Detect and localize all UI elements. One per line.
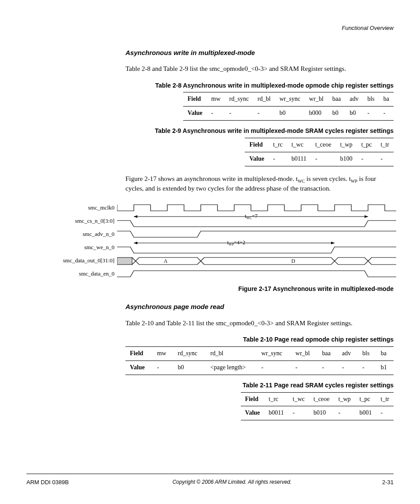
signal-label: smc_data_en_0 <box>26 270 117 278</box>
table-2-11: Field t_rc t_wc t_ceoe t_wp t_pc t_tr Va… <box>241 392 394 421</box>
footer-right: 2-31 <box>367 478 394 486</box>
waveform-data-out: A D <box>117 254 396 267</box>
svg-marker-2 <box>365 215 368 218</box>
running-head: Functional Overview <box>342 24 394 32</box>
table-2-9: Field t_rc t_wc t_ceoe t_wp t_pc t_tr Va… <box>245 138 394 166</box>
figure-2-17-caption: Figure 2-17 Asynchronous write in multip… <box>125 285 394 293</box>
twp-label: tWP=4+2 <box>227 241 245 246</box>
signal-label: smc_data_out_0[31:0] <box>26 257 117 265</box>
table-row: Field mw rd_sync rd_bl wr_sync wr_bl baa… <box>125 346 394 361</box>
waveform-mclk <box>117 201 396 214</box>
signal-label: smc_cs_n_0[3:0] <box>26 217 117 225</box>
table-2-9-caption: Table 2-9 Asynchronous write in multiple… <box>125 127 394 135</box>
table-row: Field t_rc t_wc t_ceoe t_wp t_pc t_tr <box>245 138 394 152</box>
section-intro-2: Table 2-10 and Table 2-11 list the smc_o… <box>125 319 394 327</box>
footer-left: ARM DDI 0389B <box>26 478 97 486</box>
svg-rect-6 <box>117 258 132 265</box>
waveform-cs: tWC=7 <box>117 214 396 228</box>
table-row: Value - b0 <page length> - - - - - b1 <box>125 361 394 375</box>
waveform-adv <box>117 228 396 241</box>
table-row: Value - - - b0 b000 b0 b0 - - <box>183 107 394 121</box>
svg-marker-1 <box>134 215 137 218</box>
bus-value-d: D <box>291 258 295 264</box>
table-2-8-caption: Table 2-8 Asynchronous write in multiple… <box>125 81 394 90</box>
table-row: Value - b0111 - b100 - - <box>245 152 394 166</box>
figure-intro-paragraph: Figure 2-17 shows an asynchronous write … <box>125 174 394 193</box>
section-heading-2: Asynchronous page mode read <box>125 302 394 311</box>
svg-marker-4 <box>134 242 137 244</box>
signal-label: smc_adv_n_0 <box>26 230 117 238</box>
section-heading-1: Asynchronous write in multiplexed-mode <box>125 48 394 57</box>
table-row: Field t_rc t_wc t_ceoe t_wp t_pc t_tr <box>241 392 394 406</box>
waveform-we: tWP=4+2 <box>117 241 396 254</box>
figure-2-17: smc_mclk0 smc_cs_n_0[3:0] tWC=7 <box>26 201 394 280</box>
table-row: Field mw rd_sync rd_bl wr_sync wr_bl baa… <box>183 92 394 107</box>
table-2-10-caption: Table 2-10 Page read opmode chip registe… <box>125 335 394 344</box>
waveform-data-en <box>117 267 396 280</box>
signal-label: smc_mclk0 <box>26 204 117 212</box>
table-2-10: Field mw rd_sync rd_bl wr_sync wr_bl baa… <box>125 346 394 375</box>
bus-value-a: A <box>164 258 168 264</box>
footer-center: Copyright © 2006 ARM Limited. All rights… <box>97 478 367 486</box>
section-intro-1: Table 2-8 and Table 2-9 list the smc_opm… <box>125 64 394 73</box>
svg-marker-5 <box>331 242 335 244</box>
table-row: Value b0011 - b010 - b001 - <box>241 406 394 420</box>
table-2-11-caption: Table 2-11 Page read SRAM cycles registe… <box>125 381 394 390</box>
signal-label: smc_we_n_0 <box>26 243 117 251</box>
table-2-8: Field mw rd_sync rd_bl wr_sync wr_bl baa… <box>183 92 394 121</box>
page-footer: ARM DDI 0389B Copyright © 2006 ARM Limit… <box>26 474 394 486</box>
twc-label: tWC=7 <box>245 214 258 220</box>
